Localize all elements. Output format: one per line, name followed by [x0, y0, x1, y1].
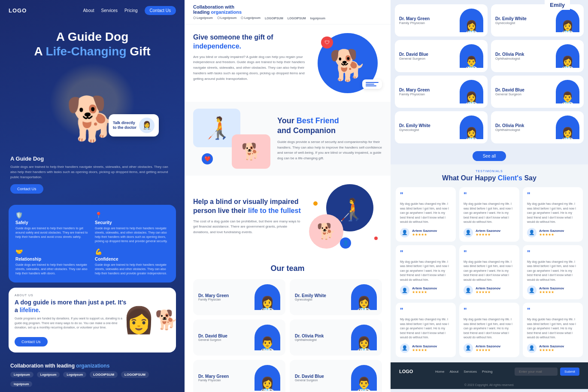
testimonial-text-7: My dog guide has changed my life. I was …: [464, 317, 515, 340]
doc-avatar-2: 👨‍⚕️: [460, 44, 483, 68]
nav-services[interactable]: Services: [101, 8, 118, 13]
doctor-card-3: Dr. Olivia Pink Ophthalmologist 👩‍⚕️: [491, 40, 584, 72]
footer-about[interactable]: About: [449, 370, 458, 374]
doctor-info-2: Dr. David Blue General Surgeon: [399, 52, 456, 61]
confidence-icon: 💪: [95, 248, 169, 255]
security-desc: Guide dogs are trained to help their han…: [95, 226, 169, 243]
blind-desc: The cost of a dog guide can be prohibiti…: [193, 219, 302, 235]
team-avatar-4: 👩‍⚕️: [255, 365, 280, 391]
doctor-avatar: 👩‍⚕️: [139, 118, 155, 133]
independence-text: Give someone the gift of independence. A…: [193, 33, 311, 82]
testimonials-section: TESTIMONIALS What Our Happy Client's Say…: [391, 164, 588, 362]
testimonial-0: " My dog guide has changed my life. I wa…: [396, 187, 456, 242]
logo-pill-3: Logoipsum: [63, 372, 86, 377]
stars-2: ★★★★★: [539, 233, 564, 237]
blind-section: Help a blind or visually impaired person…: [185, 176, 391, 257]
nav-pricing[interactable]: Pricing: [124, 8, 138, 13]
indep-desc: Are you blind or visually impaired? A gu…: [193, 55, 311, 82]
page-wrapper: LOGO About Services Pricing Contact Us A…: [0, 0, 588, 392]
safely-title: Safely: [15, 220, 90, 225]
team-spec-0: Family Physician: [198, 298, 251, 301]
newsletter-submit[interactable]: Submit: [560, 368, 579, 376]
stars-1: ★★★★★: [476, 233, 500, 237]
team-title: Our team: [193, 264, 382, 273]
footer-links: Home About Services Pricing: [435, 370, 492, 374]
middle-panel: Collaboration withleading organizations …: [185, 0, 391, 392]
team-card-5: Dr. David Blue General Surgeon 👨‍⚕️: [290, 360, 382, 392]
blind-text: Help a blind or visually impaired person…: [193, 198, 302, 235]
testimonial-text-2: My dog guide has changed my life. I was …: [527, 202, 579, 225]
testimonials-title: What Our Happy Client's Say: [396, 174, 583, 182]
stars-3: ★★★★★: [412, 290, 437, 294]
footer-pricing[interactable]: Pricing: [482, 370, 492, 374]
team-avatar-2: 👨‍⚕️: [255, 325, 280, 350]
testimonial-3: " My dog guide has changed my life. I wa…: [396, 245, 456, 300]
stars-7: ★★★★★: [476, 348, 500, 352]
confidence-desc: Guide dogs are trained to help their han…: [95, 263, 169, 275]
indep-image: 🐕 🛡: [318, 33, 382, 93]
feature-confidence: 💪 Confidence Guide dogs are trained to h…: [95, 248, 169, 275]
doctor-spec-7: Ophthalmologist: [495, 128, 552, 132]
doctor-info-5: Dr. David Blue General Surgeon: [495, 88, 552, 96]
mid-logo-3: ⬡ Logoipsum: [241, 16, 261, 20]
dot-orange: [374, 237, 378, 240]
lifeline-text: ABOUT US A dog guide is more than just a…: [15, 294, 127, 346]
doctor-name-7: Dr. Olivia Pink: [495, 123, 552, 128]
doctor-info-3: Dr. Olivia Pink Ophthalmologist: [495, 52, 552, 61]
team-spec-1: Gynecologist: [295, 298, 348, 301]
testimonials-tag: TESTIMONIALS: [396, 170, 583, 173]
newsletter-input[interactable]: [515, 368, 558, 376]
nav-cta-button[interactable]: Contact Us: [145, 6, 176, 15]
testimonial-author-7: 👤 Artem Sazonov ★★★★★: [464, 343, 515, 353]
author-name-7: Artem Sazonov: [476, 344, 500, 348]
doctor-card-6: Dr. Emily White Gynecologist 👩‍⚕️: [395, 111, 488, 143]
best-friend-section: 🧑‍🦯 🐕 ❤️ Your Best Friendand Companion G…: [185, 102, 391, 176]
testimonial-2: " My dog guide has changed my life. I wa…: [523, 187, 583, 242]
logo-pill-4: LOGOIPSUM: [90, 371, 118, 378]
stars-8: ★★★★★: [539, 348, 564, 352]
right-panel: Dr. Mary Green Family Physician 👩‍⚕️ Dr.…: [391, 0, 588, 392]
relationship-desc: Guide dogs are trained to help their han…: [15, 263, 90, 275]
author-name-2: Artem Sazonov: [539, 229, 564, 233]
collab-title-left: Collaboration with leading organizations: [10, 363, 174, 369]
doctor-spec-0: Family Physician: [399, 21, 456, 25]
see-all-button[interactable]: See all: [473, 151, 506, 161]
mid-logo-1: ⬡ Logoipsum: [193, 16, 213, 20]
team-info-0: Dr. Mary Green Family Physician: [198, 293, 251, 301]
quote-icon-4: ": [464, 249, 515, 257]
team-spec-4: Family Physician: [198, 379, 251, 382]
team-card-1: Dr. Emily White Gynecologist 👩‍⚕️: [290, 279, 382, 315]
lifeline-title: A dog guide is more than just a pet. It'…: [15, 298, 127, 314]
testimonial-6: " My dog guide has changed my life. I wa…: [396, 303, 456, 357]
hero-section: A Guide Dog A Life-Changing Gift 🐕 Talk …: [0, 21, 185, 149]
doc-avatar-1: 👩‍⚕️: [556, 9, 579, 32]
author-avatar-2: 👤: [527, 228, 536, 237]
logo-pill-5: LOGOIPSUM: [121, 371, 149, 378]
lifeline-contact-button[interactable]: Contact Us: [15, 337, 48, 346]
nav-about[interactable]: About: [83, 8, 94, 13]
doctor-name-4: Dr. Mary Green: [399, 88, 456, 92]
footer-home[interactable]: Home: [435, 370, 444, 374]
team-info-3: Dr. Olivia Pink Ophthalmologist: [295, 334, 348, 341]
guide-contact-button[interactable]: Contact Us: [10, 184, 43, 194]
doctor-info-4: Dr. Mary Green Family Physician: [399, 88, 456, 96]
collab-logos-left: Logoipsum Logoipsum Logoipsum LOGOIPSUM …: [10, 371, 174, 387]
blind-title: Help a blind or visually impaired person…: [193, 198, 302, 216]
author-info-2: Artem Sazonov ★★★★★: [539, 229, 564, 237]
footer-services[interactable]: Services: [464, 370, 477, 374]
testimonial-text-6: My dog guide has changed my life. I was …: [400, 317, 452, 340]
team-name-0: Dr. Mary Green: [198, 293, 251, 298]
doc-avatar-0: 👩‍⚕️: [460, 9, 483, 32]
team-avatar-5: 👨‍⚕️: [351, 365, 377, 391]
testimonial-author-0: 👤 Artem Sazonov ★★★★★: [400, 228, 452, 237]
testimonial-7: " My dog guide has changed my life. I wa…: [459, 303, 519, 357]
author-avatar-4: 👤: [464, 286, 473, 295]
team-card-3: Dr. Olivia Pink Ophthalmologist 👩‍⚕️: [290, 319, 382, 356]
stars-6: ★★★★★: [412, 348, 437, 352]
doc-avatar-5: 👨‍⚕️: [556, 80, 579, 103]
collab-middle: Collaboration withleading organizations …: [185, 0, 391, 24]
dot-yellow: [313, 201, 318, 206]
testimonial-text-3: My dog guide has changed my life. I was …: [400, 260, 452, 283]
quote-icon-2: ": [527, 191, 579, 199]
doctor-card-5: Dr. David Blue General Surgeon 👨‍⚕️: [491, 76, 584, 108]
